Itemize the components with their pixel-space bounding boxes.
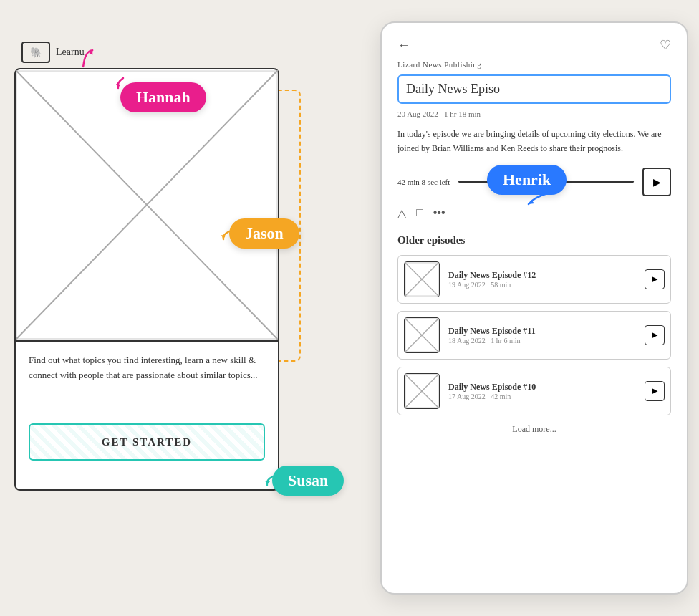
- ep-thumb-11: [404, 317, 440, 353]
- episode-meta: 20 Aug 2022 1 hr 18 min: [397, 110, 671, 118]
- ep-title-11: Daily News Episode #11: [448, 326, 636, 337]
- ep-title-10: Daily News Episode #10: [448, 382, 636, 393]
- episode-description: In today's episode we are bringing detai…: [397, 127, 671, 156]
- ep-meta-12: 19 Aug 2022 58 min: [448, 281, 636, 289]
- right-panel: ← ♡ Lizard News Publishing 20 Aug 2022 1…: [380, 21, 688, 595]
- episode-item-11[interactable]: Daily News Episode #11 18 Aug 2022 1 hr …: [397, 311, 671, 360]
- play-button[interactable]: ▶: [642, 168, 671, 196]
- top-nav: ← ♡: [397, 37, 671, 53]
- logo-icon: 🐘: [21, 42, 50, 63]
- ep-info-10: Daily News Episode #10 17 Aug 2022 42 mi…: [448, 382, 636, 400]
- jason-badge: Jason: [229, 218, 299, 249]
- episode-item-10[interactable]: Daily News Episode #10 17 Aug 2022 42 mi…: [397, 367, 671, 415]
- ep-info-11: Daily News Episode #11 18 Aug 2022 1 hr …: [448, 326, 636, 345]
- share-icon[interactable]: △: [397, 206, 406, 220]
- ep-thumb-12: [404, 261, 440, 297]
- ep-meta-11: 18 Aug 2022 1 hr 6 min: [448, 337, 636, 345]
- left-card: Find out what topics you find interestin…: [14, 68, 279, 491]
- svg-marker-4: [116, 84, 120, 88]
- back-icon[interactable]: ←: [397, 38, 410, 53]
- arrow-henrik: [521, 188, 557, 213]
- ep-play-11[interactable]: ▶: [645, 325, 665, 345]
- download-icon[interactable]: □: [416, 206, 423, 219]
- susan-badge: Susan: [272, 466, 344, 496]
- time-left: 42 min 8 sec left: [397, 178, 450, 186]
- episode-item-12[interactable]: Daily News Episode #12 19 Aug 2022 58 mi…: [397, 255, 671, 304]
- ep-info-12: Daily News Episode #12 19 Aug 2022 58 mi…: [448, 270, 636, 289]
- hannah-badge: Hannah: [120, 82, 206, 112]
- svg-marker-7: [265, 481, 270, 485]
- svg-marker-5: [221, 235, 226, 239]
- ep-thumb-10: [404, 373, 440, 409]
- heart-icon[interactable]: ♡: [660, 37, 671, 53]
- ep-play-12[interactable]: ▶: [645, 269, 665, 289]
- load-more[interactable]: Load more...: [397, 424, 671, 435]
- ep-play-10[interactable]: ▶: [645, 381, 665, 401]
- get-started-button[interactable]: GET STARTED: [29, 423, 265, 461]
- episode-title-input[interactable]: [397, 74, 671, 104]
- ep-title-12: Daily News Episode #12: [448, 270, 636, 281]
- older-episodes-title: Older episodes: [397, 234, 671, 246]
- ep-meta-10: 17 Aug 2022 42 min: [448, 393, 636, 400]
- more-icon[interactable]: •••: [433, 206, 445, 219]
- publisher-label: Lizard News Publishing: [397, 60, 671, 69]
- left-card-description: Find out what topics you find interestin…: [16, 342, 278, 395]
- scene: Find out what topics you find interestin…: [0, 0, 699, 616]
